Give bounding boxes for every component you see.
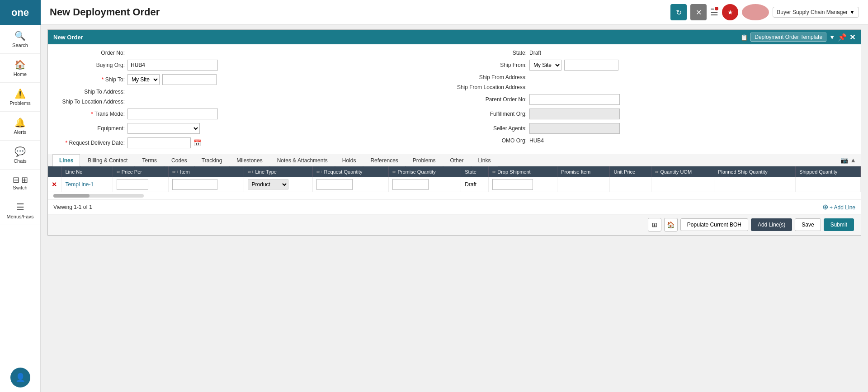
row-request-qty-cell (312, 177, 389, 192)
state-value: Draft (529, 50, 541, 56)
col-remove (48, 166, 61, 177)
parent-order-input[interactable] (529, 94, 620, 105)
col-request-qty: ✏+Request Quantity (312, 166, 389, 177)
tab-tracking[interactable]: Tracking (195, 154, 229, 166)
tab-holds[interactable]: Holds (335, 154, 363, 166)
ship-from-select[interactable]: My Site (529, 60, 561, 71)
add-line-link[interactable]: ⊕ + Add Line (822, 203, 855, 211)
equipment-label: Equipment: (52, 125, 125, 132)
equipment-select[interactable] (127, 123, 200, 134)
panel-pin-button[interactable]: 📌 (838, 33, 847, 42)
sidebar-item-alerts[interactable]: 🔔 Alerts (0, 112, 40, 141)
tab-codes[interactable]: Codes (165, 154, 194, 166)
tab-other[interactable]: Other (443, 154, 471, 166)
close-button[interactable]: ✕ (690, 4, 707, 20)
tab-references[interactable]: References (363, 154, 405, 166)
bell-icon: 🔔 (14, 117, 26, 128)
ship-to-label: Ship To: (52, 76, 125, 83)
save-button[interactable]: Save (795, 218, 821, 231)
scrollbar-area (48, 192, 861, 199)
trans-mode-input[interactable] (127, 109, 218, 119)
template-button[interactable]: Deployment Order Template (750, 33, 826, 42)
home-action-button[interactable]: 🏠 (664, 218, 678, 231)
remove-row-button[interactable]: ✕ (52, 181, 57, 188)
tab-milestones[interactable]: Milestones (230, 154, 269, 166)
sidebar-item-menus[interactable]: ☰ Menus/Favs (0, 196, 40, 225)
add-line-label: + Add Line (830, 204, 855, 211)
tab-camera-button[interactable]: 📷 (840, 156, 848, 164)
equipment-row: Equipment: (52, 122, 454, 135)
tab-lines[interactable]: Lines (52, 154, 80, 166)
form-container: New Order 📋 Deployment Order Template ▼ … (41, 25, 868, 392)
menu-icon: ☰ (16, 202, 24, 213)
user-avatar[interactable]: 👤 (10, 368, 30, 387)
panel-close-button[interactable]: ✕ (849, 33, 855, 42)
seller-agents-label: Seller Agents: (454, 125, 527, 132)
ship-to-address-row: Ship To Address: (52, 88, 454, 96)
col-price-per-label: Price Per (122, 169, 142, 175)
request-delivery-input[interactable] (127, 137, 191, 148)
buying-org-label: Buying Org: (52, 62, 125, 68)
refresh-button[interactable]: ↻ (670, 4, 687, 20)
user-dropdown[interactable]: Buyer Supply Chain Manager ▼ (773, 7, 859, 18)
tab-billing[interactable]: Billing & Contact (81, 154, 134, 166)
sidebar-label-alerts: Alerts (14, 129, 26, 135)
sidebar-item-problems[interactable]: ⚠️ Problems (0, 83, 40, 112)
col-drop-shipment: ✏Drop Shipment (489, 166, 557, 177)
tab-notes[interactable]: Notes & Attachments (270, 154, 335, 166)
fulfillment-org-label: Fulfillment Org: (454, 111, 527, 117)
sidebar-item-switch[interactable]: ⊟⊞ Switch (0, 170, 40, 196)
sidebar-item-home[interactable]: 🏠 Home (0, 54, 40, 83)
ship-to-select[interactable]: My Site (127, 74, 160, 85)
user-role-label: Buyer Supply Chain Manager (777, 9, 848, 15)
row-state-value: Draft (465, 181, 476, 188)
app-logo[interactable]: one (0, 0, 41, 25)
calendar-button[interactable]: 📅 (193, 139, 201, 146)
sidebar-item-chats[interactable]: 💬 Chats (0, 141, 40, 170)
tab-problems[interactable]: Problems (406, 154, 443, 166)
line-no-link[interactable]: TempLine-1 (66, 181, 94, 188)
tab-terms[interactable]: Terms (135, 154, 164, 166)
sidebar-bottom: 👤 (10, 368, 30, 392)
request-qty-input[interactable] (316, 179, 353, 190)
row-state-cell: Draft (461, 177, 489, 192)
horizontal-scrollbar[interactable] (53, 194, 144, 198)
state-label: State: (454, 50, 527, 56)
seller-agents-input[interactable] (529, 123, 620, 134)
col-line-type: ✏+Line Type (244, 166, 312, 177)
item-input[interactable] (172, 179, 217, 190)
chevron-down-icon: ▼ (849, 9, 855, 15)
price-per-input[interactable] (117, 179, 148, 190)
order-no-row: Order No: (52, 49, 454, 57)
sidebar-label-search: Search (12, 43, 28, 48)
panel-header-left: New Order (53, 34, 83, 41)
drop-shipment-input[interactable] (492, 179, 533, 190)
calc-button[interactable]: ⊞ (648, 218, 661, 231)
col-state-label: State (465, 169, 476, 175)
buying-org-input[interactable] (127, 60, 218, 71)
col-item: ✏+Item (169, 166, 244, 177)
col-line-no-label: Line No (66, 169, 83, 175)
ship-to-extra-input[interactable] (162, 74, 217, 85)
state-row: State: Draft (454, 49, 856, 57)
sidebar-label-switch: Switch (13, 185, 27, 190)
main-content: New Deployment Order ↻ ✕ ☰ ★ Buyer Suppl… (41, 0, 868, 392)
submit-button[interactable]: Submit (824, 218, 854, 231)
fulfillment-org-input[interactable] (529, 109, 620, 119)
add-lines-button[interactable]: Add Line(s) (751, 218, 792, 231)
ship-from-label: Ship From: (454, 62, 527, 68)
ship-to-location-row: Ship To Location Address: (52, 98, 454, 106)
populate-boh-button[interactable]: Populate Current BOH (680, 218, 748, 231)
col-promise-qty: ✏Promise Quantity (389, 166, 461, 177)
tab-links[interactable]: Links (472, 154, 498, 166)
line-type-select[interactable]: Product (248, 179, 288, 189)
row-item-cell (169, 177, 244, 192)
alert-badge: ★ (722, 4, 738, 20)
tab-collapse-button[interactable]: ▲ (850, 156, 856, 164)
panel-header-right: 📋 Deployment Order Template ▼ 📌 ✕ (741, 33, 855, 42)
add-line-plus-icon: ⊕ (822, 203, 828, 211)
sidebar-item-search[interactable]: 🔍 Search (0, 25, 40, 54)
col-item-label: Item (180, 169, 189, 175)
promise-qty-input[interactable] (392, 179, 429, 190)
ship-from-extra-input[interactable] (564, 60, 618, 71)
